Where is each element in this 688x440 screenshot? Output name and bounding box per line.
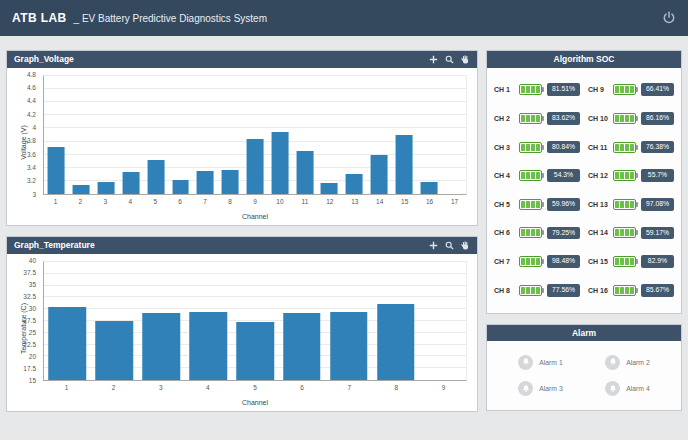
x-tick-label: 2 — [79, 199, 83, 206]
soc-value-badge: 54.3% — [547, 169, 580, 182]
temperature-toolbar — [429, 241, 470, 250]
soc-channel-label: CH 7 — [494, 258, 514, 265]
temperature-panel-header: Graph_Temperature — [7, 237, 477, 254]
x-tick-label: 11 — [302, 199, 309, 206]
battery-icon — [519, 199, 542, 210]
bar-channel-12 — [321, 183, 338, 194]
bell-icon — [605, 355, 620, 370]
x-tick-label: 3 — [159, 385, 163, 392]
y-tick-label: 25 — [29, 330, 36, 337]
voltage-toolbar — [429, 55, 470, 64]
gridline — [44, 296, 466, 297]
battery-icon — [613, 170, 636, 181]
alarm-grid: Alarm 1Alarm 2Alarm 3Alarm 4 — [487, 341, 681, 410]
soc-channel-label: CH 12 — [588, 172, 608, 179]
bar-channel-13 — [346, 174, 363, 194]
soc-row: CH 798.48% — [494, 247, 580, 276]
gridline — [44, 114, 466, 115]
power-icon[interactable] — [662, 11, 676, 25]
expand-icon[interactable] — [429, 55, 438, 64]
battery-icon — [519, 256, 542, 267]
y-tick-label: 22.5 — [23, 342, 36, 349]
y-tick-label: 4.4 — [27, 98, 36, 105]
temperature-chart: Temperature (C) 1517.52022.52527.53032.5… — [7, 254, 477, 411]
soc-channel-label: CH 13 — [588, 201, 608, 208]
bar-channel-3 — [142, 313, 180, 380]
main-content: Graph_Voltage Voltage (V) 33.23.43.63.84… — [0, 36, 688, 412]
battery-icon — [519, 84, 542, 95]
voltage-x-ticks: 1234567891011121314151617 — [43, 197, 467, 206]
bar-channel-6 — [172, 180, 189, 194]
voltage-chart: Voltage (V) 33.23.43.63.844.24.44.64.8 1… — [7, 68, 477, 225]
x-tick-label: 1 — [54, 199, 58, 206]
app-brand: ATB LAB — [12, 11, 67, 25]
bell-icon — [518, 355, 533, 370]
y-tick-label: 30 — [29, 306, 36, 313]
soc-channel-label: CH 11 — [588, 144, 608, 151]
voltage-plot-area[interactable] — [43, 75, 467, 195]
y-tick-label: 4.2 — [27, 112, 36, 119]
x-tick-label: 8 — [228, 199, 232, 206]
x-tick-label: 16 — [426, 199, 433, 206]
soc-row: CH 1582.9% — [588, 247, 674, 276]
alarm-panel-title: Alarm — [572, 329, 596, 338]
bar-channel-10 — [271, 132, 288, 194]
soc-row: CH 1397.08% — [588, 190, 674, 219]
x-tick-label: 15 — [401, 199, 408, 206]
battery-icon — [519, 227, 542, 238]
temperature-y-ticks: 1517.52022.52527.53032.53537.540 — [7, 261, 41, 381]
soc-channel-label: CH 8 — [494, 287, 514, 294]
y-tick-label: 3.2 — [27, 178, 36, 185]
soc-value-badge: 86.16% — [641, 112, 674, 125]
bell-icon — [518, 381, 533, 396]
gridline — [44, 261, 466, 262]
zoom-icon[interactable] — [445, 241, 454, 250]
battery-icon — [613, 256, 636, 267]
soc-row: CH 454.3% — [494, 161, 580, 190]
x-tick-label: 7 — [347, 385, 351, 392]
soc-channel-label: CH 5 — [494, 201, 514, 208]
x-tick-label: 4 — [206, 385, 210, 392]
bar-channel-5 — [147, 160, 164, 194]
soc-value-badge: 76.38% — [641, 141, 674, 154]
soc-row: CH 181.51% — [494, 76, 580, 105]
zoom-icon[interactable] — [445, 55, 454, 64]
y-tick-label: 35 — [29, 282, 36, 289]
soc-value-badge: 66.41% — [641, 83, 674, 96]
bar-channel-11 — [296, 151, 313, 194]
soc-row: CH 679.25% — [494, 219, 580, 248]
alarm-indicator: Alarm 3 — [497, 376, 584, 403]
pan-icon[interactable] — [461, 55, 470, 64]
soc-value-badge: 82.9% — [641, 255, 674, 268]
temperature-plot-area[interactable] — [43, 261, 467, 381]
bar-channel-7 — [197, 171, 214, 194]
y-tick-label: 4.8 — [27, 72, 36, 79]
x-tick-label: 3 — [104, 199, 108, 206]
y-tick-label: 17.5 — [23, 366, 36, 373]
bar-channel-5 — [236, 322, 274, 380]
expand-icon[interactable] — [429, 241, 438, 250]
gridline — [44, 75, 466, 76]
status-column: Algorithm SOC CH 181.51%CH 283.62%CH 380… — [486, 50, 682, 412]
bell-icon — [605, 381, 620, 396]
alarm-panel-header: Alarm — [487, 325, 681, 342]
x-tick-label: 7 — [203, 199, 207, 206]
voltage-x-axis-title: Channel — [43, 213, 467, 220]
battery-icon — [519, 142, 542, 153]
soc-value-badge: 55.7% — [641, 169, 674, 182]
voltage-panel-title: Graph_Voltage — [14, 55, 74, 64]
alarm-label: Alarm 4 — [626, 385, 649, 392]
bar-channel-3 — [98, 182, 115, 194]
gridline — [44, 101, 466, 102]
gridline — [44, 127, 466, 128]
bar-channel-9 — [247, 139, 264, 194]
y-tick-label: 32.5 — [23, 294, 36, 301]
x-tick-label: 13 — [351, 199, 358, 206]
soc-row: CH 1685.67% — [588, 276, 674, 305]
soc-row: CH 1255.7% — [588, 161, 674, 190]
soc-value-badge: 59.17% — [641, 227, 674, 240]
temperature-x-axis-title: Channel — [43, 399, 467, 406]
x-tick-label: 8 — [395, 385, 399, 392]
voltage-panel: Graph_Voltage Voltage (V) 33.23.43.63.84… — [6, 50, 478, 226]
pan-icon[interactable] — [461, 241, 470, 250]
